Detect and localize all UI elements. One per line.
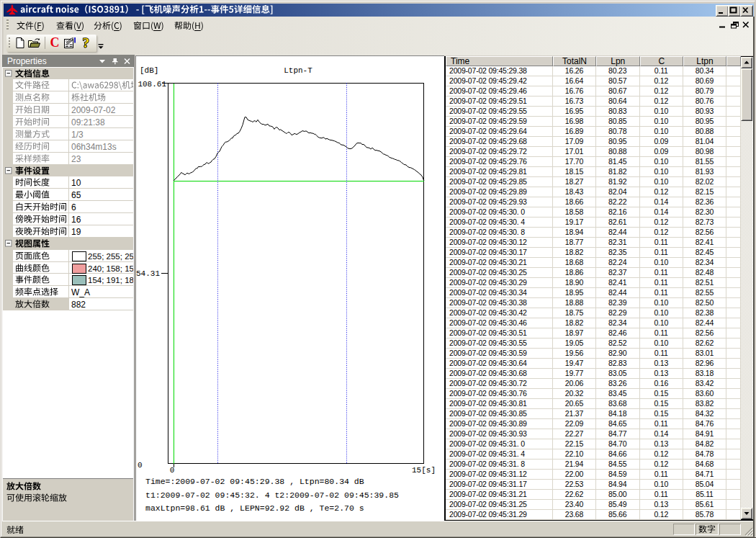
- svg-text:108.61: 108.61: [138, 80, 166, 89]
- svg-text:0: 0: [170, 466, 175, 475]
- svg-text:[dB]: [dB]: [140, 66, 158, 75]
- svg-text:t1:2009-07-02 09:45:32. 4 t2:2: t1:2009-07-02 09:45:32. 4 t2:2009-07-02 …: [145, 490, 399, 500]
- svg-text:Time=:2009-07-02 09:45:29.38 ,: Time=:2009-07-02 09:45:29.38 , Ltpn=80.3…: [145, 477, 364, 486]
- svg-text:0: 0: [138, 461, 143, 470]
- svg-text:Ltpn-T: Ltpn-T: [284, 66, 312, 75]
- svg-text:15[s]: 15[s]: [412, 466, 436, 475]
- svg-text:maxLtpn=98.61 dB , LEPN=92.92: maxLtpn=98.61 dB , LEPN=92.92 dB , Te=2.…: [145, 503, 364, 513]
- svg-text:54.31: 54.31: [136, 269, 160, 278]
